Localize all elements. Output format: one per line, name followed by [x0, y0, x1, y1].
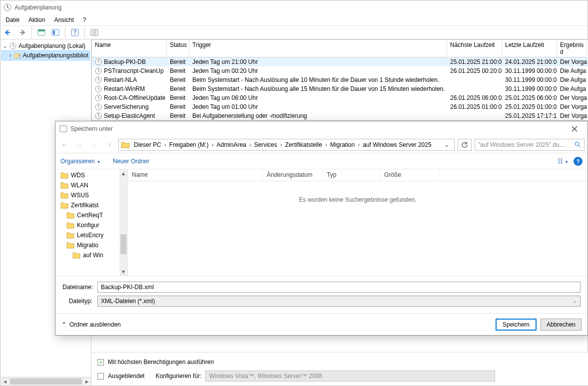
tree-vertical-scrollbar[interactable]: ▴ ▾ [119, 169, 127, 276]
expand-icon[interactable]: › [9, 52, 12, 59]
folder-label: Migratio [77, 242, 98, 249]
breadcrumb-dropdown-icon[interactable]: ⌄ [441, 141, 452, 148]
task-status: Bereit [167, 75, 189, 84]
col-list-type[interactable]: Typ [323, 169, 380, 181]
cancel-button[interactable]: Abbrechen [541, 319, 582, 331]
tree-library[interactable]: › Aufgabenplanungsbibliot [1, 50, 90, 60]
scroll-left-icon[interactable]: ◂ [1, 378, 9, 386]
close-button[interactable] [566, 124, 584, 134]
separator [65, 27, 65, 38]
folder-tree-item[interactable]: WDS [55, 170, 127, 180]
organize-button[interactable]: Organisieren▼ [60, 158, 101, 165]
scroll-down-icon[interactable]: ▾ [119, 268, 127, 276]
menu-action[interactable]: Aktion [28, 16, 45, 23]
save-button[interactable]: Speichern [496, 319, 537, 331]
scroll-thumb[interactable] [120, 234, 126, 254]
folder-tree-item[interactable]: WLAN [55, 180, 127, 190]
breadcrumb-segment[interactable]: Services [252, 141, 279, 148]
task-row[interactable]: Setup-ElasticAgentBereitBei Aufgabenerst… [92, 111, 588, 120]
breadcrumb-segment[interactable]: Zertifikatstelle [283, 141, 324, 148]
separator [84, 27, 85, 38]
filetype-dropdown[interactable]: XML-Dateien (*.xml) ⌄ [97, 296, 581, 307]
dialog-fields: Dateiname: Dateityp: XML-Dateien (*.xml)… [55, 276, 588, 313]
tree-library-label: Aufgabenplanungsbibliot [23, 52, 88, 59]
breadcrumb-segment[interactable]: Freigaben (M:) [167, 141, 211, 148]
menu-file[interactable]: Datei [5, 16, 19, 23]
task-row[interactable]: Restart-NLABereitBeim Systemstart - Nach… [92, 75, 588, 84]
nav-up-button[interactable]: ↑ [103, 139, 115, 151]
scroll-up-icon[interactable]: ▴ [119, 169, 127, 177]
task-next [447, 111, 502, 120]
task-result: Der Vorga [557, 111, 588, 120]
task-last: 25.01.2025 01:00:00 [502, 102, 557, 111]
svg-rect-4 [53, 30, 55, 34]
task-scheduler-icon [3, 3, 11, 11]
task-row[interactable]: ServerSicherungBereitJeden Tag um 01:00 … [92, 102, 588, 111]
help-button[interactable]: ? [69, 27, 80, 38]
col-list-size[interactable]: Größe [380, 169, 440, 181]
configure-for-dropdown[interactable]: Windows Vista™, Windows Server™ 2008 [205, 371, 495, 382]
scroll-thumb[interactable] [10, 379, 82, 385]
hide-folders-toggle[interactable]: ⌃ Ordner ausblenden [61, 321, 121, 328]
folder-label: CertReqT [77, 212, 103, 219]
folder-tree-item[interactable]: Konfigur [55, 220, 127, 230]
menu-help[interactable]: ? [83, 16, 86, 23]
folder-tree-item[interactable]: CertReqT [55, 210, 127, 220]
new-folder-button[interactable]: Neuer Ordner [113, 158, 149, 165]
task-name-text: Root-CA-OfflineUpdate [104, 94, 165, 101]
breadcrumb-segment[interactable]: AdminArea [214, 141, 248, 148]
col-next[interactable]: Nächste Laufzeit [447, 40, 502, 57]
dialog-folder-tree[interactable]: WDSWLANWSUSZertifikatstCertReqTKonfigurL… [55, 169, 128, 276]
refresh-button[interactable] [458, 139, 472, 151]
folder-icon [66, 242, 74, 249]
task-row[interactable]: Root-CA-OfflineUpdateBereitJeden Tag um … [92, 93, 588, 102]
task-row[interactable]: PSTranscript-CleanUpBereitJeden Tag um 0… [92, 66, 588, 75]
toolbar-button-1[interactable] [36, 27, 47, 38]
col-last[interactable]: Letzte Laufzeit [502, 40, 557, 57]
col-list-date[interactable]: Änderungsdatum [263, 169, 323, 181]
scroll-right-icon[interactable]: ▸ [83, 378, 91, 386]
folder-tree-item[interactable]: WSUS [55, 190, 127, 200]
col-status[interactable]: Status [167, 40, 189, 57]
col-name[interactable]: Name [92, 40, 167, 57]
view-options-button[interactable]: ☷ ▼ [558, 158, 569, 165]
expand-icon[interactable]: ⌄ [2, 42, 7, 49]
filename-input[interactable] [97, 282, 581, 293]
folder-tree-item[interactable]: Migratio [55, 240, 127, 250]
hide-folders-label: Ordner ausblenden [69, 321, 121, 328]
folder-tree-item[interactable]: auf Win [55, 250, 127, 260]
toolbar-button-2[interactable] [50, 27, 61, 38]
nav-back-button[interactable]: ← [58, 139, 70, 151]
task-row[interactable]: Backup-PKI-DBBereitJeden Tag um 21:00 Uh… [92, 57, 588, 66]
help-icon[interactable]: ? [574, 157, 583, 166]
folder-icon [60, 192, 68, 199]
toolbar: ? [0, 25, 588, 39]
tree-root[interactable]: ⌄ Aufgabenplanung (Lokal) [1, 41, 90, 50]
folder-tree-item[interactable]: LetsEncry [55, 230, 127, 240]
col-result[interactable]: Ergebnis d [557, 40, 587, 57]
col-trigger[interactable]: Trigger [189, 40, 447, 57]
nav-recent-button[interactable]: ⌄ [88, 139, 100, 151]
toolbar-button-3[interactable] [89, 27, 100, 38]
folder-tree-item[interactable]: Zertifikatst [55, 200, 127, 210]
checkbox-hidden[interactable] [97, 373, 104, 380]
checkbox-high-priv[interactable]: ✓ [97, 359, 104, 366]
col-list-name[interactable]: Name [128, 169, 263, 181]
menu-view[interactable]: Ansicht [54, 16, 73, 23]
high-priv-row[interactable]: ✓ Mit höchsten Berechtigungen ausführen [97, 357, 583, 368]
breadcrumb[interactable]: Dieser PC›Freigaben (M:)›AdminArea›Servi… [118, 139, 455, 151]
library-icon [14, 52, 21, 59]
breadcrumb-segment[interactable]: auf Windows Server 2025 [361, 141, 433, 148]
breadcrumb-segment[interactable]: Migration [328, 141, 357, 148]
task-row[interactable]: Restart-WinRMBereitBeim Systemstart - Na… [92, 84, 588, 93]
nav-back-button[interactable] [2, 27, 13, 38]
nav-forward-button[interactable] [16, 27, 27, 38]
dialog-actions: ⌃ Ordner ausblenden Speichern Abbrechen [55, 313, 588, 335]
task-status: Bereit [167, 102, 189, 111]
task-icon [95, 112, 102, 119]
task-result: Die Aufga [557, 84, 588, 93]
folder-icon [66, 222, 74, 229]
tree-horizontal-scrollbar[interactable]: ◂ ▸ [1, 377, 91, 385]
breadcrumb-segment[interactable]: Dieser PC [132, 141, 163, 148]
search-input[interactable]: "auf Windows Server 2025" du… [475, 139, 585, 151]
